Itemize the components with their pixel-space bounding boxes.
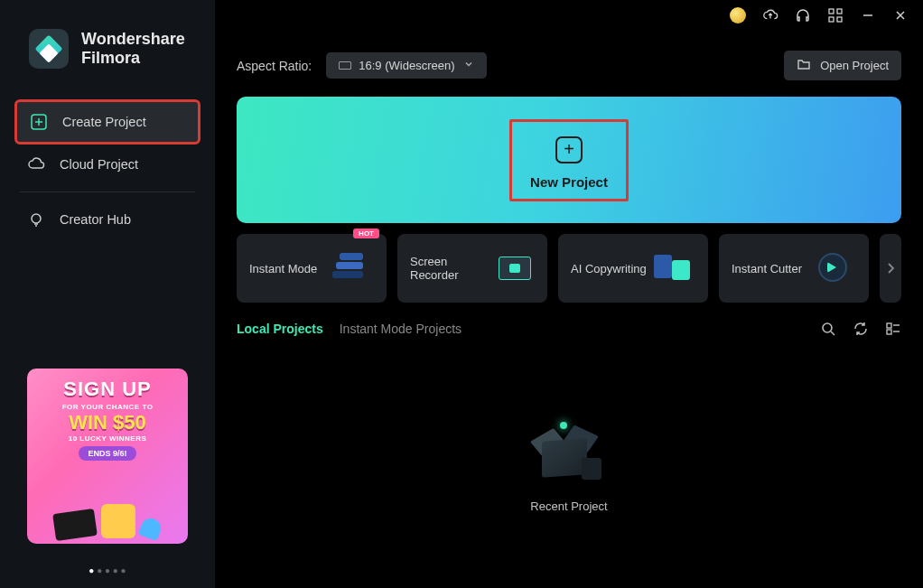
folder-icon bbox=[797, 57, 811, 74]
plus-square-icon bbox=[30, 113, 48, 131]
camera-icon bbox=[491, 247, 535, 289]
app-logo: Wondershare Filmora bbox=[0, 0, 215, 85]
chevron-down-icon bbox=[463, 59, 474, 72]
tile-instant-cutter[interactable]: Instant Cutter bbox=[719, 234, 869, 303]
toolbar: Aspect Ratio: 16:9 (Widescreen) Open Pro… bbox=[215, 31, 923, 97]
empty-box-icon bbox=[533, 422, 605, 485]
ai-icon bbox=[648, 247, 695, 289]
feature-tiles: Instant Mode HOT Screen Recorder AI Copy… bbox=[215, 223, 923, 303]
new-project-hero[interactable]: + New Project bbox=[237, 97, 901, 223]
aspect-ratio-label: Aspect Ratio: bbox=[237, 59, 312, 73]
svg-rect-2 bbox=[829, 9, 834, 14]
tile-instant-mode[interactable]: Instant Mode HOT bbox=[237, 234, 387, 303]
promo-banner[interactable]: SIGN UP FOR YOUR CHANCE TO WIN $50 10 LU… bbox=[27, 369, 188, 544]
open-project-button[interactable]: Open Project bbox=[784, 51, 901, 80]
nav-separator bbox=[20, 191, 195, 192]
plus-icon: + bbox=[555, 136, 583, 163]
headphones-icon[interactable] bbox=[795, 7, 811, 23]
nav-cloud-project[interactable]: Cloud Project bbox=[14, 145, 200, 184]
promo-art bbox=[38, 481, 177, 538]
project-tabs: Local Projects Instant Mode Projects bbox=[215, 303, 923, 346]
tile-ai-copywriting[interactable]: AI Copywriting bbox=[558, 234, 708, 303]
logo-text: Wondershare Filmora bbox=[81, 30, 185, 67]
recent-projects-empty: Recent Project bbox=[215, 346, 923, 588]
svg-rect-8 bbox=[887, 330, 891, 334]
svg-point-6 bbox=[823, 323, 832, 332]
svg-rect-3 bbox=[837, 9, 842, 14]
nav-creator-hub[interactable]: Creator Hub bbox=[14, 200, 200, 239]
promo-chance: FOR YOUR CHANCE TO bbox=[27, 403, 188, 411]
account-icon[interactable] bbox=[730, 7, 746, 23]
titlebar bbox=[215, 0, 923, 31]
open-project-label: Open Project bbox=[820, 59, 889, 72]
svg-point-1 bbox=[32, 214, 41, 223]
view-list-icon[interactable] bbox=[885, 321, 901, 337]
new-project-highlight: + New Project bbox=[509, 119, 629, 201]
promo-win: WIN $50 bbox=[27, 411, 188, 434]
hot-badge: HOT bbox=[353, 229, 379, 238]
nav-label: Cloud Project bbox=[60, 157, 138, 172]
aspect-ratio-select[interactable]: 16:9 (Widescreen) bbox=[326, 52, 487, 79]
stack-icon bbox=[327, 247, 374, 289]
promo-sign: SIGN UP bbox=[27, 378, 188, 401]
tile-screen-recorder[interactable]: Screen Recorder bbox=[397, 234, 547, 303]
svg-rect-5 bbox=[837, 17, 842, 22]
cloud-icon bbox=[27, 155, 45, 173]
search-icon[interactable] bbox=[820, 321, 836, 337]
new-project-label: New Project bbox=[530, 174, 608, 190]
cloud-upload-icon[interactable] bbox=[762, 7, 778, 23]
promo-lucky: 10 LUCKY WINNERS bbox=[27, 434, 188, 443]
tab-instant-mode-projects[interactable]: Instant Mode Projects bbox=[340, 322, 462, 336]
tab-local-projects[interactable]: Local Projects bbox=[237, 322, 323, 336]
logo-icon bbox=[29, 29, 69, 69]
recent-project-label: Recent Project bbox=[530, 499, 607, 513]
refresh-icon[interactable] bbox=[853, 321, 869, 337]
promo-ends: ENDS 9/6! bbox=[79, 446, 135, 461]
aspect-value: 16:9 (Widescreen) bbox=[359, 59, 454, 72]
close-icon[interactable] bbox=[892, 7, 909, 23]
svg-rect-4 bbox=[829, 17, 834, 22]
sidebar: Wondershare Filmora Create Project Cloud… bbox=[0, 0, 215, 588]
svg-rect-7 bbox=[887, 323, 891, 328]
apps-grid-icon[interactable] bbox=[827, 7, 844, 23]
main-area: Aspect Ratio: 16:9 (Widescreen) Open Pro… bbox=[215, 0, 923, 588]
film-reel-icon bbox=[809, 247, 856, 289]
minimize-icon[interactable] bbox=[860, 7, 876, 23]
nav-label: Create Project bbox=[62, 115, 146, 129]
nav-label: Creator Hub bbox=[60, 212, 131, 227]
widescreen-icon bbox=[339, 61, 351, 70]
tiles-next-button[interactable] bbox=[880, 234, 901, 303]
promo-pagination[interactable]: ● ● ● ● ● bbox=[0, 565, 215, 588]
sidebar-nav: Create Project Cloud Project Creator Hub bbox=[0, 85, 215, 239]
bulb-icon bbox=[27, 210, 45, 229]
nav-create-project[interactable]: Create Project bbox=[14, 99, 200, 145]
